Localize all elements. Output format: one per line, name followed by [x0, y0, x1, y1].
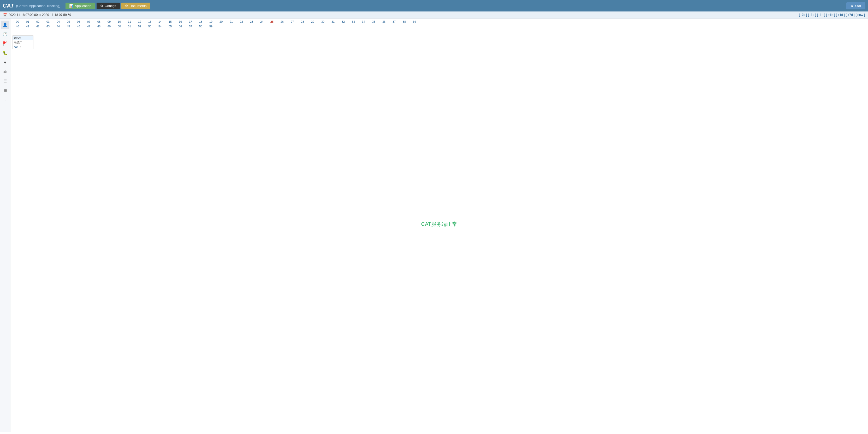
minute-cell-16[interactable]: 16 — [175, 20, 185, 24]
sidebar-item-shuffle[interactable]: ⇄ — [1, 68, 9, 76]
minute-cell-38[interactable]: 38 — [399, 20, 409, 24]
time-bar: 📅 2020-11-18 07:00:00 to 2020-11-18 07:5… — [0, 11, 868, 19]
configs-icon: ⚙ — [100, 4, 103, 8]
minute-cell-50[interactable]: 50 — [114, 24, 124, 28]
nav-plus-1h[interactable]: [ +1h ] — [826, 13, 835, 17]
minute-cell-21[interactable]: 21 — [226, 20, 236, 24]
minute-cell-35[interactable]: 35 — [369, 20, 379, 24]
time-range-text: 2020-11-18 07:00:00 to 2020-11-18 07:59:… — [9, 13, 71, 17]
minute-cell-12[interactable]: 12 — [135, 20, 145, 24]
minute-cell-46[interactable]: 46 — [73, 24, 84, 28]
minute-cell-53[interactable]: 53 — [145, 24, 155, 28]
nav-now[interactable]: [ now ] — [856, 13, 865, 17]
minute-cell-47[interactable]: 47 — [84, 24, 94, 28]
app-logo: CAT — [3, 2, 14, 9]
event-label: 系统个 — [13, 40, 33, 45]
minute-cell-34[interactable]: 34 — [359, 20, 369, 24]
main-layout: 👤 🕐 🚩 🐛 ♥ ⇄ ☰ ▦ › 0001020304050607080910… — [0, 19, 868, 432]
star-button[interactable]: ★ Star — [846, 2, 865, 9]
sidebar-item-avatar[interactable]: 👤 — [1, 21, 9, 29]
configs-nav-button[interactable]: ⚙ Configs — [97, 3, 120, 9]
time-range: 📅 2020-11-18 07:00:00 to 2020-11-18 07:5… — [3, 13, 71, 17]
minute-cell-10[interactable]: 10 — [114, 20, 124, 24]
minute-row-2: 4041424344454647484950515253545556575859 — [12, 24, 866, 28]
sidebar-item-bug[interactable]: 🐛 — [1, 49, 9, 57]
sidebar-item-clock[interactable]: 🕐 — [1, 30, 9, 38]
header-nav: 📊 Application ⚙ Configs ⚙ Documents — [65, 3, 150, 9]
minute-cell-30[interactable]: 30 — [318, 20, 328, 24]
event-app[interactable]: cat — [13, 45, 19, 49]
minute-cell-31[interactable]: 31 — [328, 20, 338, 24]
documents-nav-button[interactable]: ⚙ Documents — [121, 3, 150, 9]
minute-cell-36[interactable]: 36 — [379, 20, 389, 24]
time-nav: [ -7d ] [ -1d ] [ -1h ] [ +1h ] [ +1d ] … — [799, 13, 865, 17]
sidebar-item-heart[interactable]: ♥ — [1, 58, 9, 67]
nav-minus-1h[interactable]: [ -1h ] — [817, 13, 825, 17]
nav-minus-7d[interactable]: [ -7d ] — [799, 13, 807, 17]
minute-cell-15[interactable]: 15 — [165, 20, 175, 24]
minute-cell-58[interactable]: 58 — [196, 24, 206, 28]
minute-cell-52[interactable]: 52 — [135, 24, 145, 28]
minute-row-1: 0001020304050607080910111213141516171819… — [12, 20, 866, 24]
minute-cell-40[interactable]: 40 — [12, 24, 23, 28]
minute-cell-09[interactable]: 09 — [104, 20, 114, 24]
minute-cell-45[interactable]: 45 — [63, 24, 73, 28]
minute-cell-20[interactable]: 20 — [216, 20, 226, 24]
minute-cell-01[interactable]: 01 — [23, 20, 33, 24]
minute-cell-57[interactable]: 57 — [186, 24, 195, 28]
minute-cell-11[interactable]: 11 — [124, 20, 134, 24]
minute-cell-28[interactable]: 28 — [298, 20, 307, 24]
status-area: CAT服务端正常 07:23 系统个 cat 1 — [10, 30, 868, 432]
minute-cell-19[interactable]: 19 — [206, 20, 216, 24]
minute-cell-00[interactable]: 00 — [12, 20, 23, 24]
minute-cell-56[interactable]: 56 — [175, 24, 185, 28]
sidebar-item-flag[interactable]: 🚩 — [1, 39, 9, 48]
main-content: 0001020304050607080910111213141516171819… — [10, 19, 868, 432]
minute-cell-49[interactable]: 49 — [104, 24, 114, 28]
minute-cell-08[interactable]: 08 — [94, 20, 104, 24]
application-nav-button[interactable]: 📊 Application — [65, 3, 95, 9]
minute-cell-55[interactable]: 55 — [165, 24, 175, 28]
minute-cell-13[interactable]: 13 — [145, 20, 155, 24]
nav-plus-7d[interactable]: [ +7d ] — [846, 13, 855, 17]
nav-minus-1d[interactable]: [ -1d ] — [808, 13, 816, 17]
documents-icon: ⚙ — [125, 4, 128, 8]
minute-cell-18[interactable]: 18 — [196, 20, 206, 24]
minute-cell-42[interactable]: 42 — [33, 24, 43, 28]
minute-cell-14[interactable]: 14 — [155, 20, 165, 24]
minute-cell-39[interactable]: 39 — [409, 20, 420, 24]
minute-cell-07[interactable]: 07 — [84, 20, 94, 24]
star-icon: ★ — [850, 4, 854, 8]
minute-cell-23[interactable]: 23 — [247, 20, 256, 24]
status-message: CAT服务端正常 — [421, 221, 458, 227]
minute-cell-54[interactable]: 54 — [155, 24, 165, 28]
minute-cell-05[interactable]: 05 — [63, 20, 73, 24]
sidebar: 👤 🕐 🚩 🐛 ♥ ⇄ ☰ ▦ › — [0, 19, 10, 432]
minute-cell-43[interactable]: 43 — [43, 24, 53, 28]
event-count: 1 — [19, 45, 23, 49]
minute-cell-44[interactable]: 44 — [53, 24, 63, 28]
minute-cell-32[interactable]: 32 — [338, 20, 348, 24]
sidebar-item-chevron[interactable]: › — [1, 96, 9, 104]
minute-cell-48[interactable]: 48 — [94, 24, 104, 28]
minute-cell-27[interactable]: 27 — [287, 20, 297, 24]
minute-cell-59[interactable]: 59 — [206, 24, 216, 28]
minute-cell-04[interactable]: 04 — [53, 20, 63, 24]
minute-cell-33[interactable]: 33 — [348, 20, 358, 24]
calendar-icon: 📅 — [3, 13, 7, 17]
minute-cell-22[interactable]: 22 — [237, 20, 246, 24]
nav-plus-1d[interactable]: [ +1d ] — [836, 13, 845, 17]
sidebar-item-bar-chart[interactable]: ▦ — [1, 86, 9, 95]
sidebar-item-list[interactable]: ☰ — [1, 77, 9, 85]
minute-cell-25[interactable]: 25 — [267, 20, 277, 24]
minute-cell-51[interactable]: 51 — [124, 24, 134, 28]
minute-cell-06[interactable]: 06 — [73, 20, 84, 24]
minute-cell-37[interactable]: 37 — [389, 20, 399, 24]
minute-cell-41[interactable]: 41 — [23, 24, 33, 28]
minute-cell-02[interactable]: 02 — [33, 20, 43, 24]
minute-cell-17[interactable]: 17 — [186, 20, 195, 24]
minute-cell-26[interactable]: 26 — [277, 20, 287, 24]
minute-cell-29[interactable]: 29 — [308, 20, 318, 24]
minute-cell-03[interactable]: 03 — [43, 20, 53, 24]
minute-cell-24[interactable]: 24 — [257, 20, 267, 24]
